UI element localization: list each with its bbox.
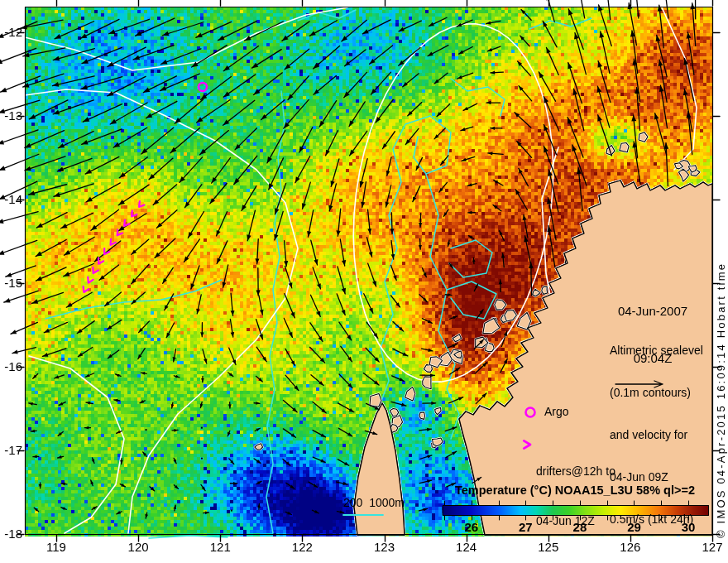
lon-tick-label: 119 [38, 540, 74, 554]
lat-tick-label: -18 [1, 527, 22, 541]
lat-tick-label: -17 [1, 443, 22, 457]
drifters-line: drifters@12h to [536, 463, 615, 479]
colorbar-tick-label: 28 [566, 520, 594, 534]
altimetric-line: and velocity for [610, 428, 703, 442]
bathymetry-legend-label: 200 1000m [343, 496, 405, 510]
lon-tick-label: 123 [366, 540, 403, 554]
altimetric-line: Altimetric sealevel [610, 344, 703, 358]
lon-tick-label: 120 [120, 540, 156, 554]
lon-tick-label: 125 [530, 540, 567, 554]
copyright-text: © IMOS 04-Apr-2015 16:09:14 Hobart time [715, 157, 728, 538]
lon-tick-label: 122 [284, 540, 320, 554]
lat-tick-label: -16 [1, 359, 22, 373]
lon-tick-label: 121 [202, 540, 238, 554]
lon-tick-label: 127 [694, 540, 728, 554]
altimetric-legend: Altimetric sealevel (0.1m contours) and … [610, 315, 703, 555]
altimetric-line: (0.1m contours) [610, 386, 703, 400]
lat-tick-label: -14 [1, 192, 22, 206]
colorbar-tick-label: 29 [620, 520, 648, 534]
colorbar-tick-label: 27 [511, 520, 539, 534]
lat-tick-label: -13 [1, 108, 22, 123]
lat-tick-label: -12 [1, 25, 22, 39]
lon-tick-label: 124 [448, 540, 485, 554]
colorbar-tick-label: 30 [674, 520, 702, 534]
altimetric-line: 04-Jun 09Z [610, 470, 703, 484]
lat-tick-label: -15 [1, 276, 22, 290]
sst-map-figure: 04-Jun-2007 09:04Z Altimetric sealevel (… [0, 0, 728, 563]
lon-tick-label: 126 [612, 540, 649, 554]
colorbar-title: Temperature (°C) NOAA15_L3U 58% ql>=2 [441, 484, 709, 497]
argo-legend-label: Argo [544, 405, 569, 419]
colorbar-tick-label: 26 [457, 520, 486, 534]
